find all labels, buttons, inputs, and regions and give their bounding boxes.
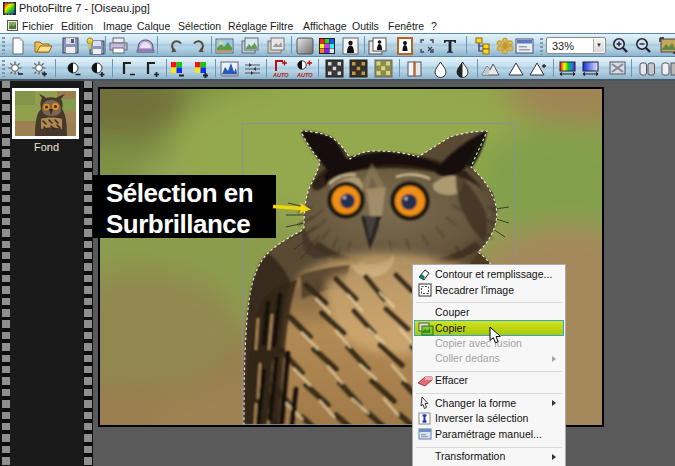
svg-text:AUTO: AUTO: [272, 72, 289, 78]
svg-text:AUTO: AUTO: [296, 72, 313, 78]
